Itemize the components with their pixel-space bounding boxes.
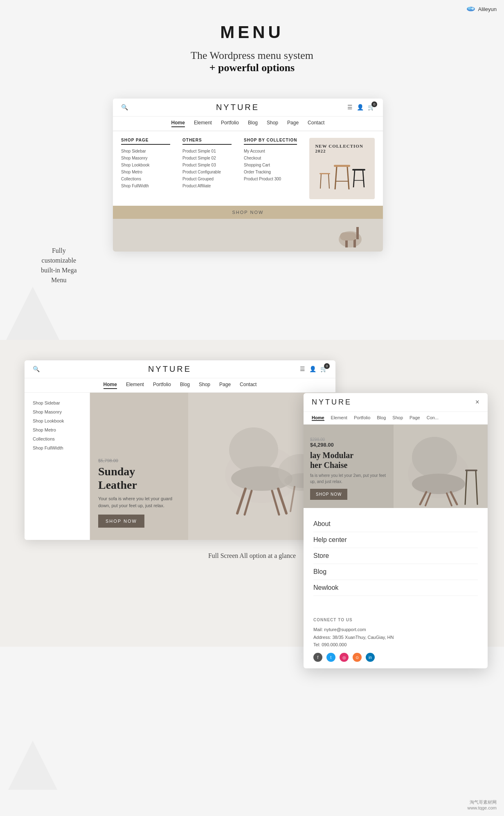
sidebar-item-lookbook[interactable]: Shop Lookbook [33,416,81,425]
nav-page-2[interactable]: Page [219,382,231,389]
nav-element-1[interactable]: Element [194,120,212,127]
nav3-home[interactable]: Home [312,415,324,421]
hero-desc-2: Your sofa is where you let your guard do… [98,495,180,509]
nav-shop-2[interactable]: Shop [199,382,210,389]
svg-point-33 [412,474,465,494]
nav-contact-2[interactable]: Contact [240,382,256,389]
mega-item-simple01[interactable]: Product Simple 01 [182,149,232,153]
sidebar-item-collections[interactable]: Collections [33,434,81,443]
svg-line-8 [353,171,355,187]
section-2: 🔍 NYTURE ☰ 👤 🛒0 Home Element Portfolio B… [0,340,504,647]
mega-item-masonry[interactable]: Shop Masonry [121,156,170,160]
sidebar-dropdown-2: Shop Sidebar Shop Masonry Shop Lookbook … [25,393,90,540]
menu-item-store[interactable]: Store [313,548,478,564]
mockup3-hero: $298.00 $4,298.00 lay Modular her Chaise… [304,425,488,508]
nav-home-2[interactable]: Home [104,382,117,389]
facebook-icon[interactable]: f [313,653,322,662]
mega-item-tracking[interactable]: Order Tracking [244,170,297,174]
fullscreen-menu-3: About Help center Store Blog Newlook [304,508,488,604]
sidebar-item-fullwidth[interactable]: Shop FullWidth [33,443,81,452]
svg-rect-3 [334,165,350,167]
nyture-header-1: 🔍 NYTURE ☰ 👤 🛒0 [113,99,383,117]
search-icon-2[interactable]: 🔍 [33,366,40,373]
mega-item-myaccount[interactable]: My Account [244,149,297,153]
svg-rect-16 [353,239,356,247]
promo-title: NEW COLLECTION 2022 [315,144,369,153]
section-1: Fully customizable built-in Mega Menu 🔍 … [0,82,504,340]
close-icon-3[interactable]: × [475,398,479,407]
mockup3-hero-left: $298.00 $4,298.00 lay Modular her Chaise… [304,425,394,508]
mega-col-title-1: SHOP PAGE [121,138,170,145]
user-icon-2[interactable]: 👤 [309,366,316,373]
mega-item-fullwidth[interactable]: Shop FullWidth [121,184,170,188]
nav3-shop[interactable]: Shop [392,415,403,421]
nav3-element[interactable]: Element [331,415,347,421]
mega-promo-image: NEW COLLECTION 2022 [309,138,375,199]
nav3-contact[interactable]: Con... [427,415,439,421]
nav3-portfolio[interactable]: Portfolio [354,415,370,421]
cart-count-2: 0 [324,363,330,369]
mega-item-configurable[interactable]: Product Configurable [182,170,232,174]
search-icon-1[interactable]: 🔍 [121,104,128,111]
svg-rect-11 [320,173,330,174]
cart-icon-2[interactable]: 🛒0 [320,366,327,373]
menu-icon-1[interactable]: ☰ [347,104,353,111]
mega-item-product360[interactable]: Product Product 300 [244,177,297,181]
mega-item-lookbook[interactable]: Shop Lookbook [121,163,170,167]
twitter-icon[interactable]: t [326,653,335,662]
mega-item-grouped[interactable]: Product Grouped [182,177,232,181]
menu-item-helpcenter[interactable]: Help center [313,532,478,548]
nav-contact-1[interactable]: Contact [308,120,324,127]
menu-icon-2[interactable]: ☰ [300,366,305,373]
nav3-blog[interactable]: Blog [377,415,386,421]
nav3-page[interactable]: Page [410,415,420,421]
svg-rect-18 [356,227,359,239]
nav-portfolio-2[interactable]: Portfolio [153,382,171,389]
nav-element-2[interactable]: Element [126,382,144,389]
user-icon-1[interactable]: 👤 [357,104,364,111]
menu-item-about[interactable]: About [313,516,478,532]
connect-title: CONNECT TO US [313,616,478,623]
nyture-logo-2: NYTURE [148,364,191,374]
mega-item-collections[interactable]: Collections [121,177,170,181]
left-label: Fully customizable built-in Mega Menu [41,246,77,285]
mega-item-simple02[interactable]: Product Simple 02 [182,156,232,160]
social-icons-3: f t ◎ ⊙ in [313,653,478,662]
mega-item-metro[interactable]: Shop Metro [121,170,170,174]
alieyun-badge: Alileyun [466,6,497,12]
mega-col-title-3: SHOP BY COLLECTION [244,138,297,145]
page-header: MENU The Wordpress menu system + powerfu… [0,0,504,82]
nav-shop-1[interactable]: Shop [267,120,278,127]
menu-item-blog[interactable]: Blog [313,564,478,580]
watermark: 淘气哥素材网 www.tqge.com [467,799,497,810]
nav-page-1[interactable]: Page [287,120,299,127]
shop-now-bar-1[interactable]: SHOP NOW [113,206,383,219]
mega-item-checkout[interactable]: Checkout [244,156,297,160]
sidebar-item-masonry[interactable]: Shop Masonry [33,407,81,416]
nav-blog-2[interactable]: Blog [180,382,190,389]
menu-item-newlook[interactable]: Newlook [313,580,478,596]
nyture-header-3: NYTURE × [304,393,488,412]
nav-home-1[interactable]: Home [171,120,185,127]
mega-item-cart[interactable]: Shopping Cart [244,163,297,167]
instagram-icon[interactable]: ◎ [340,653,349,662]
sidebar-item-sidebar[interactable]: Shop Sidebar [33,398,81,407]
nav-blog-1[interactable]: Blog [248,120,258,127]
mega-col-others: OTHERS Product Simple 01 Product Simple … [182,138,232,199]
mega-item-sidebar[interactable]: Shop Sidebar [121,149,170,153]
nyture-header-2: 🔍 NYTURE ☰ 👤 🛒0 [25,360,335,378]
mega-item-affiliate[interactable]: Product Affiliate [182,184,232,188]
nav-bar-3: Home Element Portfolio Blog Shop Page Co… [304,412,488,425]
nav-portfolio-1[interactable]: Portfolio [221,120,239,127]
sidebar-item-metro[interactable]: Shop Metro [33,425,81,434]
mockup3-price-old: $298.00 [310,437,387,442]
linkedin-icon[interactable]: in [366,653,375,662]
mega-item-simple03[interactable]: Product Simple 03 [182,163,232,167]
cart-icon-1[interactable]: 🛒0 [368,104,375,111]
svg-point-2 [472,7,475,10]
camera-icon[interactable]: ⊙ [353,653,362,662]
mockup3-shop-btn[interactable]: SHOP NOW [310,489,347,500]
hero-shop-btn-2[interactable]: SHOP NOW [98,515,144,528]
menu-subtitle: The Wordpress menu system + powerful opt… [8,49,496,74]
watermark-line1: 淘气哥素材网 [467,799,497,805]
